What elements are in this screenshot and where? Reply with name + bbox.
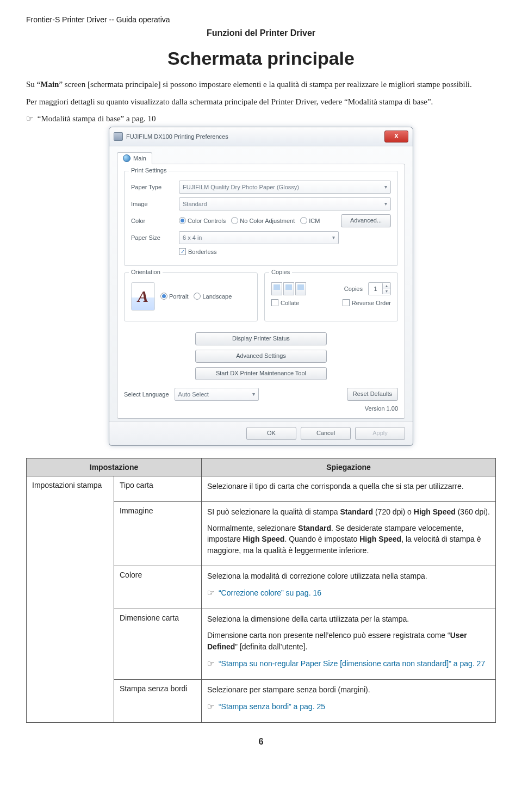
header-setting: Impostazione	[27, 458, 202, 476]
cross-reference-1: ☞ “Modalità stampa di base” a pag. 10	[26, 114, 496, 123]
page-number: 6	[26, 737, 496, 747]
group-orientation: Orientation	[129, 269, 163, 275]
label-paper-size: Paper Size	[131, 234, 173, 241]
label-copies: Copies	[344, 286, 363, 292]
radio-color-controls[interactable]: Color Controls	[179, 217, 226, 224]
language-combo[interactable]: Auto Select▾	[175, 388, 259, 401]
copies-preview-icon	[271, 282, 306, 295]
checkbox-borderless[interactable]: Borderless	[179, 248, 217, 255]
radio-landscape[interactable]: Landscape	[194, 293, 232, 300]
chevron-down-icon: ▾	[252, 391, 255, 397]
section-heading: Funzioni del Printer Driver	[26, 28, 496, 38]
chevron-down-icon: ▾	[332, 234, 335, 240]
setting-name: Dimensione carta	[114, 609, 202, 680]
image-combo[interactable]: Standard▾	[179, 197, 391, 210]
tab-main[interactable]: Main	[117, 152, 152, 164]
label-image: Image	[131, 201, 173, 207]
chevron-down-icon[interactable]: ▾	[383, 289, 390, 294]
cancel-button[interactable]: Cancel	[301, 427, 351, 440]
setting-name: Stampa senza bordi	[114, 679, 202, 722]
category-cell: Impostazioni stampa	[27, 476, 114, 722]
advanced-settings-button[interactable]: Advanced Settings	[195, 350, 327, 363]
chevron-down-icon: ▾	[384, 184, 387, 190]
table-row: Impostazioni stampa Tipo carta Seleziona…	[27, 476, 496, 501]
radio-no-color-adjustment[interactable]: No Color Adjustment	[231, 217, 295, 224]
pointer-icon: ☞	[207, 702, 214, 711]
dialog-title: FUJIFILM DX100 Printing Preferences	[126, 133, 228, 140]
paper-size-combo[interactable]: 6 x 4 in▾	[179, 231, 339, 244]
version-label: Version 1.00	[124, 405, 398, 412]
setting-desc: Selezionare il tipo di carta che corrisp…	[202, 476, 496, 501]
orientation-preview-icon: A	[131, 282, 155, 311]
setting-desc: Seleziona la modalità di correzione colo…	[202, 566, 496, 609]
running-head: Frontier-S Printer Driver -- Guida opera…	[26, 15, 496, 24]
header-description: Spiegazione	[202, 458, 496, 476]
ok-button[interactable]: OK	[246, 427, 296, 440]
group-print-settings: Print Settings	[129, 167, 169, 173]
advanced-button[interactable]: Advanced...	[341, 214, 391, 227]
settings-table: Impostazione Spiegazione Impostazioni st…	[26, 458, 496, 723]
label-color: Color	[131, 218, 173, 224]
intro-paragraph-2: Per maggiori dettagli su quanto visualiz…	[26, 96, 496, 108]
label-paper-type: Paper Type	[131, 184, 173, 190]
close-button[interactable]: X	[384, 131, 408, 142]
page-title: Schermata principale	[26, 48, 496, 69]
pointer-icon: ☞	[207, 588, 214, 597]
pointer-icon: ☞	[207, 659, 214, 668]
chevron-down-icon: ▾	[384, 201, 387, 207]
setting-desc: Selezionare per stampare senza bordi (ma…	[202, 679, 496, 722]
display-printer-status-button[interactable]: Display Printer Status	[195, 332, 327, 345]
intro-paragraph-1: Su “Main” screen [schermata principale] …	[26, 79, 496, 91]
globe-icon	[123, 154, 130, 162]
printing-preferences-dialog: FUJIFILM DX100 Printing Preferences X Ma…	[109, 127, 413, 446]
chevron-up-icon[interactable]: ▴	[383, 283, 390, 289]
pointer-icon: ☞	[26, 114, 33, 123]
label-select-language: Select Language	[124, 391, 169, 398]
checkbox-reverse-order[interactable]: Reverse Order	[343, 299, 391, 306]
apply-button[interactable]: Apply	[355, 427, 405, 440]
reset-defaults-button[interactable]: Reset Defaults	[347, 388, 398, 401]
setting-desc: Seleziona la dimensione della carta util…	[202, 609, 496, 680]
group-copies: Copies	[269, 269, 292, 275]
setting-name: Tipo carta	[114, 476, 202, 501]
radio-icm[interactable]: ICM	[300, 217, 320, 224]
setting-desc: SI può selezionare la qualità di stampa …	[202, 501, 496, 566]
setting-name: Colore	[114, 566, 202, 609]
paper-type-combo[interactable]: FUJIFILM Quality Dry Photo Paper (Glossy…	[179, 181, 391, 194]
checkbox-collate[interactable]: Collate	[271, 299, 299, 306]
copies-spinner[interactable]: 1 ▴▾	[368, 282, 391, 295]
printer-icon	[114, 132, 123, 141]
radio-portrait[interactable]: Portrait	[160, 293, 188, 300]
start-maintenance-tool-button[interactable]: Start DX Printer Maintenance Tool	[195, 367, 327, 380]
setting-name: Immagine	[114, 501, 202, 566]
